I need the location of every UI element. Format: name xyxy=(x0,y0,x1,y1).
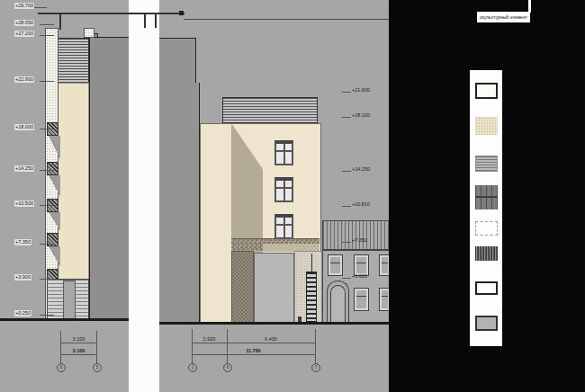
extension-line xyxy=(192,329,193,363)
dimension-line xyxy=(60,343,97,343)
elevation-mark: +28.050 xyxy=(14,20,34,26)
balcony-shadow xyxy=(49,212,60,231)
balcony-shadow xyxy=(49,246,60,267)
level-tick xyxy=(40,244,54,245)
level-tick xyxy=(342,92,351,93)
neighbor-roof-hatch xyxy=(322,220,389,250)
elevation-mark: +29.700 xyxy=(14,3,34,9)
drawing-canvas: +29.700 +28.050 +27.200 +22.900 +18.000 … xyxy=(0,0,585,392)
callout-label: скульптурный элемент xyxy=(477,12,530,22)
beige-wall xyxy=(56,83,89,280)
elevation-mark: +14.250 xyxy=(352,166,370,173)
dimension-label: 3.320 xyxy=(60,336,97,342)
legend-swatch-outlined-light-panel-icon xyxy=(475,83,498,99)
dimension-label-total: 3.100 xyxy=(60,348,97,353)
legend-swatch-dashed-contour-icon xyxy=(475,221,498,236)
elevation-mark: +3.600 xyxy=(352,273,367,280)
elevation-mark: +27.200 xyxy=(14,31,34,37)
base-door xyxy=(63,281,76,320)
level-tick xyxy=(40,170,54,171)
left-silhouette-building xyxy=(159,38,196,322)
gate xyxy=(254,253,294,324)
elevation-mark: +21.600 xyxy=(352,87,370,94)
siding-band xyxy=(58,38,89,84)
facade-window xyxy=(274,177,293,202)
elevation-mark: +3.900 xyxy=(14,274,32,281)
axis-bubble: 7 xyxy=(311,363,320,372)
dimension-label-total: 11.780 xyxy=(192,348,315,353)
neighbor-arch-door-inner xyxy=(330,285,346,322)
parapet-cap xyxy=(84,28,94,38)
callout-leader-line xyxy=(184,19,389,20)
level-tick xyxy=(342,242,351,243)
legend-swatch-white-panel-icon xyxy=(475,281,498,295)
level-tick xyxy=(40,35,54,36)
legend-swatch-textured-dark-panel-icon xyxy=(475,246,498,261)
elevation-mark: +10.500 xyxy=(14,200,34,207)
level-tick xyxy=(40,279,54,280)
ground-line xyxy=(0,318,129,321)
axis-bubble: 1 xyxy=(188,363,197,372)
balcony-shadow xyxy=(49,175,60,197)
level-tick xyxy=(40,315,54,316)
extension-line xyxy=(227,329,228,363)
rooftop-siding-band xyxy=(222,97,318,123)
elevation-mark: +7.350 xyxy=(352,237,367,244)
level-tick xyxy=(342,206,351,207)
elevation-mark: +18.100 xyxy=(352,112,370,119)
legend-swatch-glazing-grid-icon xyxy=(475,185,498,209)
neighbor-window xyxy=(328,254,343,276)
ground-pier-dark xyxy=(231,251,254,324)
elevation-mark: +10.810 xyxy=(352,201,370,208)
ladder xyxy=(306,272,317,322)
level-tick xyxy=(342,117,351,118)
balcony-shadow xyxy=(49,136,60,159)
callout-leader-white xyxy=(528,0,531,13)
axis-bubble: 6 xyxy=(57,363,66,372)
dimension-label: 2.920 xyxy=(192,336,227,342)
level-tick xyxy=(40,24,54,25)
facade-window xyxy=(274,140,293,165)
dimension-line xyxy=(60,354,97,355)
elevation-mark: +7.350 xyxy=(14,239,32,245)
level-tick xyxy=(40,129,54,129)
elevation-mark: +0.250 xyxy=(14,310,32,316)
elevation-mark: +14.250 xyxy=(14,165,34,172)
left-neighbor-wall xyxy=(89,37,129,320)
tower-window xyxy=(47,162,58,175)
axis-bubble: 6 xyxy=(223,363,232,372)
elevation-mark: +18.000 xyxy=(14,124,34,130)
paper-band xyxy=(129,0,159,392)
facade-window xyxy=(274,214,293,239)
legend-swatch-gray-panel-icon xyxy=(475,316,498,331)
dimension-line xyxy=(192,343,315,343)
elevation-mark: +22.900 xyxy=(14,76,34,83)
ground-line xyxy=(159,322,389,325)
level-tick xyxy=(34,7,47,8)
extension-line xyxy=(315,329,316,363)
level-tick xyxy=(40,205,54,206)
level-tick xyxy=(342,171,351,172)
legend-swatch-horizontal-metal-siding-icon xyxy=(475,156,498,172)
axis-bubble: 5 xyxy=(93,363,102,372)
level-tick xyxy=(40,81,54,82)
neighbor-window xyxy=(354,288,369,311)
legend-swatch-beige-plaster-icon xyxy=(475,117,498,135)
dimension-label: 6.430 xyxy=(227,336,315,342)
level-tick xyxy=(342,278,351,279)
ladder-rail xyxy=(311,254,312,272)
dimension-line xyxy=(192,354,315,355)
